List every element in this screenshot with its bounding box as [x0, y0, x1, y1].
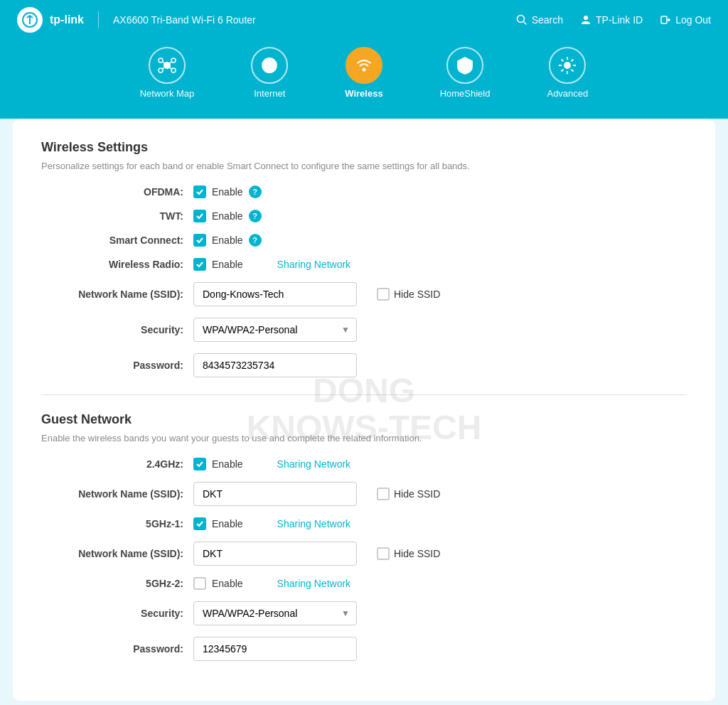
svg-point-19: [362, 68, 365, 72]
guest-network-section: Guest Network Enable the wireless bands …: [41, 412, 687, 661]
ofdma-row: OFDMA: Enable ?: [41, 185, 687, 198]
twt-help-icon[interactable]: ?: [249, 210, 262, 222]
svg-line-12: [163, 67, 165, 69]
51ghz-sharing-link[interactable]: Sharing Network: [277, 518, 351, 529]
svg-point-6: [159, 58, 163, 63]
smart-connect-checkbox[interactable]: [193, 234, 206, 247]
nav-label-internet: Internet: [254, 88, 285, 99]
wireless-security-label: Security:: [41, 324, 183, 335]
24ghz-hide-ssid-text: Hide SSID: [394, 488, 440, 500]
user-icon: [580, 14, 592, 26]
section-divider-1: [41, 394, 687, 395]
wireless-security-select[interactable]: WPA/WPA2-Personal WPA2-Personal WPA3-Per…: [193, 318, 357, 342]
nav-item-advanced[interactable]: Advanced: [518, 40, 616, 106]
wireless-icon-wrap: [346, 47, 382, 84]
svg-line-13: [169, 67, 171, 69]
wireless-hide-ssid-checkbox[interactable]: [377, 288, 390, 301]
router-model: AX6600 Tri-Band Wi-Fi 6 Router: [113, 14, 256, 26]
guest-network-title: Guest Network: [41, 412, 687, 427]
24ghz-sharing-link[interactable]: Sharing Network: [277, 458, 351, 470]
51ghz-hide-ssid-checkbox[interactable]: [377, 547, 390, 560]
wireless-ssid-input[interactable]: [193, 282, 357, 306]
ofdma-label: OFDMA:: [41, 186, 183, 198]
logout-label: Log Out: [675, 14, 711, 26]
24ghz-checkbox[interactable]: [193, 458, 206, 470]
24ghz-hide-ssid-checkbox[interactable]: [377, 488, 390, 500]
nav-label-advanced: Advanced: [547, 88, 588, 99]
svg-point-8: [159, 68, 163, 72]
wireless-security-control: WPA/WPA2-Personal WPA2-Personal WPA3-Per…: [193, 318, 357, 342]
ofdma-checkbox[interactable]: [193, 185, 206, 198]
main-wrapper: Wireless Settings Personalize settings f…: [0, 119, 728, 701]
wireless-ssid-label: Network Name (SSID):: [41, 289, 183, 300]
wireless-radio-checkbox[interactable]: [193, 258, 206, 271]
nav-item-network-map[interactable]: Network Map: [112, 40, 223, 106]
52ghz-enable-text: Enable: [212, 578, 243, 589]
ofdma-help-icon[interactable]: ?: [249, 185, 262, 198]
nav-label-homeshield: HomeShield: [440, 88, 491, 99]
51ghz-ssid-label: Network Name (SSID):: [41, 548, 183, 559]
logout-icon: [660, 14, 671, 26]
wireless-sharing-link[interactable]: Sharing Network: [277, 259, 351, 270]
header: tp-link AX6600 Tri-Band Wi-Fi 6 Router S…: [0, 0, 728, 40]
24ghz-ssid-row: Network Name (SSID): Hide SSID: [41, 482, 687, 506]
internet-icon: [259, 55, 279, 75]
wireless-password-row: Password:: [41, 353, 687, 377]
wireless-password-control: [193, 353, 357, 377]
smart-connect-help-icon[interactable]: ?: [249, 234, 262, 247]
guest-password-row: Password:: [41, 637, 687, 661]
svg-line-10: [163, 62, 165, 64]
svg-point-7: [171, 58, 176, 63]
51ghz-ssid-input[interactable]: [193, 542, 357, 566]
guest-network-desc: Enable the wireless bands you want your …: [41, 433, 687, 443]
nav-item-internet[interactable]: Internet: [223, 40, 316, 106]
24ghz-label: 2.4GHz:: [41, 458, 183, 470]
24ghz-ssid-input[interactable]: [193, 482, 357, 506]
nav-item-homeshield[interactable]: HomeShield: [412, 40, 519, 106]
brand-name: tp-link: [50, 14, 84, 26]
twt-control: Enable ?: [193, 210, 262, 222]
twt-label: TWT:: [41, 210, 183, 222]
guest-password-input[interactable]: [193, 637, 357, 661]
wireless-radio-label: Wireless Radio:: [41, 259, 183, 270]
51ghz-label: 5GHz-1:: [41, 518, 183, 529]
tplink-id-button[interactable]: TP-Link ID: [580, 14, 643, 26]
logout-button[interactable]: Log Out: [660, 14, 711, 26]
51ghz-hide-ssid-text: Hide SSID: [394, 548, 440, 559]
homeshield-icon-wrap: [446, 47, 483, 84]
24ghz-row: 2.4GHz: Enable Sharing Network: [41, 458, 687, 470]
guest-security-select[interactable]: WPA/WPA2-Personal WPA2-Personal WPA3-Per…: [193, 601, 357, 625]
guest-security-control: WPA/WPA2-Personal WPA2-Personal WPA3-Per…: [193, 601, 357, 625]
twt-checkbox[interactable]: [193, 210, 206, 222]
smart-connect-enable-text: Enable: [212, 235, 243, 246]
51ghz-hide-ssid-label: Hide SSID: [377, 547, 440, 560]
guest-password-control: [193, 637, 357, 661]
51ghz-ssid-row: Network Name (SSID): Hide SSID: [41, 542, 687, 566]
wireless-ssid-control: Hide SSID: [193, 282, 440, 306]
svg-point-20: [564, 63, 570, 68]
svg-point-9: [171, 68, 176, 72]
nav-item-wireless[interactable]: Wireless: [316, 40, 411, 106]
header-left: tp-link AX6600 Tri-Band Wi-Fi 6 Router: [17, 7, 256, 33]
svg-line-11: [169, 62, 171, 64]
ofdma-control: Enable ?: [193, 185, 262, 198]
main-content: Wireless Settings Personalize settings f…: [13, 119, 715, 701]
advanced-icon-wrap: [549, 47, 586, 84]
52ghz-label: 5GHz-2:: [41, 578, 183, 589]
svg-line-2: [523, 22, 526, 25]
51ghz-checkbox[interactable]: [193, 517, 206, 530]
wireless-security-row: Security: WPA/WPA2-Personal WPA2-Persona…: [41, 318, 687, 342]
wireless-password-input[interactable]: [193, 353, 357, 377]
search-button[interactable]: Search: [516, 14, 563, 26]
internet-icon-wrap: [251, 47, 288, 84]
wireless-radio-row: Wireless Radio: Enable Sharing Network: [41, 258, 687, 271]
51ghz-enable-text: Enable: [212, 518, 243, 529]
wireless-hide-ssid-text: Hide SSID: [394, 289, 440, 300]
smart-connect-control: Enable ?: [193, 234, 262, 247]
twt-row: TWT: Enable ?: [41, 210, 687, 222]
search-icon: [516, 14, 528, 26]
wireless-radio-control: Enable Sharing Network: [193, 258, 350, 271]
52ghz-checkbox[interactable]: [193, 577, 206, 590]
52ghz-sharing-link[interactable]: Sharing Network: [277, 578, 351, 589]
guest-password-label: Password:: [41, 643, 183, 655]
